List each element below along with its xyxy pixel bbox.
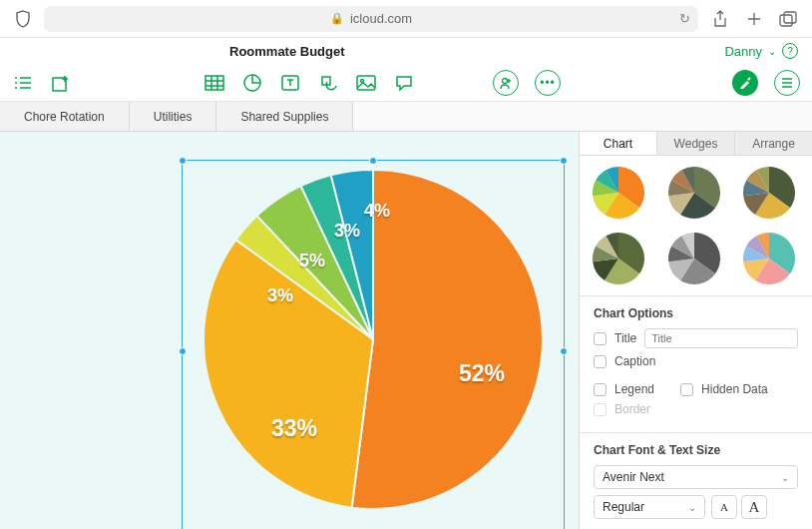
chart-style-option[interactable] — [742, 166, 796, 220]
sheet-tab[interactable]: Shared Supplies — [216, 102, 353, 131]
format-inspector: Chart Wedges Arrange Chart Options Title… — [579, 132, 812, 529]
tabs-icon[interactable] — [778, 9, 798, 29]
tab-arrange[interactable]: Arrange — [735, 132, 812, 155]
chart-style-option[interactable] — [667, 232, 721, 285]
browser-toolbar: 🔒 icloud.com ↻ — [0, 0, 812, 38]
share-icon[interactable] — [710, 9, 730, 29]
resize-handle[interactable] — [369, 157, 377, 165]
font-weight-select[interactable]: Regular ⌄ — [594, 495, 705, 519]
collaborate-icon[interactable] — [493, 70, 519, 96]
privacy-shield-icon[interactable] — [14, 10, 32, 28]
insert-media-icon[interactable] — [355, 72, 377, 94]
hidden-data-checkbox[interactable] — [680, 383, 693, 396]
more-icon[interactable]: ••• — [535, 70, 561, 96]
chevron-down-icon: ⌄ — [688, 502, 696, 513]
section-header: Chart Font & Text Size — [594, 443, 798, 457]
new-tab-icon[interactable] — [744, 9, 764, 29]
svg-rect-0 — [780, 15, 792, 26]
hidden-data-label: Hidden Data — [701, 382, 768, 396]
add-sheet-icon[interactable] — [50, 72, 72, 94]
chart-style-option[interactable] — [667, 166, 721, 220]
chart-style-option[interactable] — [592, 232, 645, 285]
format-icon[interactable] — [732, 70, 758, 96]
pie-slice-label: 3% — [267, 285, 293, 306]
sheet-tab[interactable]: Utilities — [130, 102, 217, 131]
pie-chart[interactable]: 52%33%3%5%3%4% — [200, 166, 547, 513]
svg-rect-6 — [357, 76, 375, 90]
document-title: Roommate Budget — [229, 44, 345, 59]
spreadsheet-canvas[interactable]: 52%33%3%5%3%4% — [0, 132, 579, 529]
insert-chart-icon[interactable] — [241, 72, 263, 94]
resize-handle[interactable] — [560, 347, 568, 355]
chart-style-option[interactable] — [592, 166, 645, 220]
sheet-tab-blank[interactable] — [353, 102, 812, 131]
insert-comment-icon[interactable] — [393, 72, 415, 94]
title-label: Title — [614, 331, 636, 345]
insert-text-icon[interactable] — [279, 72, 301, 94]
resize-handle[interactable] — [179, 347, 187, 355]
pie-slice-label: 4% — [364, 201, 390, 222]
browser-actions — [710, 9, 798, 29]
border-label: Border — [614, 402, 650, 416]
caption-checkbox[interactable] — [594, 355, 607, 368]
address-bar[interactable]: 🔒 icloud.com ↻ — [44, 6, 698, 32]
svg-rect-2 — [53, 78, 66, 91]
user-menu[interactable]: Danny — [724, 44, 762, 59]
address-text: icloud.com — [350, 11, 412, 26]
legend-checkbox[interactable] — [594, 383, 607, 396]
sheet-tabs: Chore Rotation Utilities Shared Supplies — [0, 102, 812, 132]
chart-font-section: Chart Font & Text Size Avenir Next ⌄ Reg… — [580, 433, 812, 529]
svg-point-7 — [361, 79, 364, 82]
chart-title-input[interactable] — [644, 328, 798, 348]
insert-shape-icon[interactable] — [317, 72, 339, 94]
svg-rect-1 — [784, 12, 796, 23]
reload-icon[interactable]: ↻ — [679, 11, 690, 26]
tab-wedges[interactable]: Wedges — [657, 132, 735, 155]
section-header: Chart Options — [594, 306, 798, 320]
pie-slice-label: 33% — [271, 415, 317, 442]
chevron-down-icon[interactable]: ⌄ — [768, 46, 776, 57]
pie-slice-label: 5% — [299, 251, 325, 271]
help-icon[interactable]: ? — [782, 43, 798, 59]
font-size-decrease[interactable]: A — [711, 495, 737, 519]
inspector-tabs: Chart Wedges Arrange — [580, 132, 812, 156]
tab-chart[interactable]: Chart — [580, 132, 657, 155]
caption-label: Caption — [614, 354, 655, 368]
title-checkbox[interactable] — [594, 332, 607, 345]
lock-icon: 🔒 — [330, 12, 344, 25]
app-title-bar: Roommate Budget Danny ⌄ ? — [0, 38, 812, 64]
resize-handle[interactable] — [560, 157, 568, 165]
organize-icon[interactable] — [774, 70, 800, 96]
legend-label: Legend — [614, 382, 654, 396]
border-checkbox — [594, 403, 607, 416]
font-size-increase[interactable]: A — [741, 495, 767, 519]
chart-options-section: Chart Options Title Caption Legend Hidde… — [580, 296, 812, 433]
sheet-tab[interactable]: Chore Rotation — [0, 102, 130, 131]
insert-table-icon[interactable] — [203, 72, 225, 94]
chart-styles-grid — [580, 156, 812, 296]
pie-slice-label: 3% — [334, 221, 360, 242]
pie-slice-label: 52% — [459, 360, 505, 387]
font-family-select[interactable]: Avenir Next ⌄ — [594, 465, 798, 489]
chart-style-option[interactable] — [742, 232, 796, 285]
svg-rect-3 — [205, 76, 223, 90]
app-toolbar: ••• — [0, 64, 812, 102]
resize-handle[interactable] — [179, 157, 187, 165]
chevron-down-icon: ⌄ — [781, 472, 789, 483]
svg-point-8 — [503, 78, 508, 83]
view-list-icon[interactable] — [12, 72, 34, 94]
